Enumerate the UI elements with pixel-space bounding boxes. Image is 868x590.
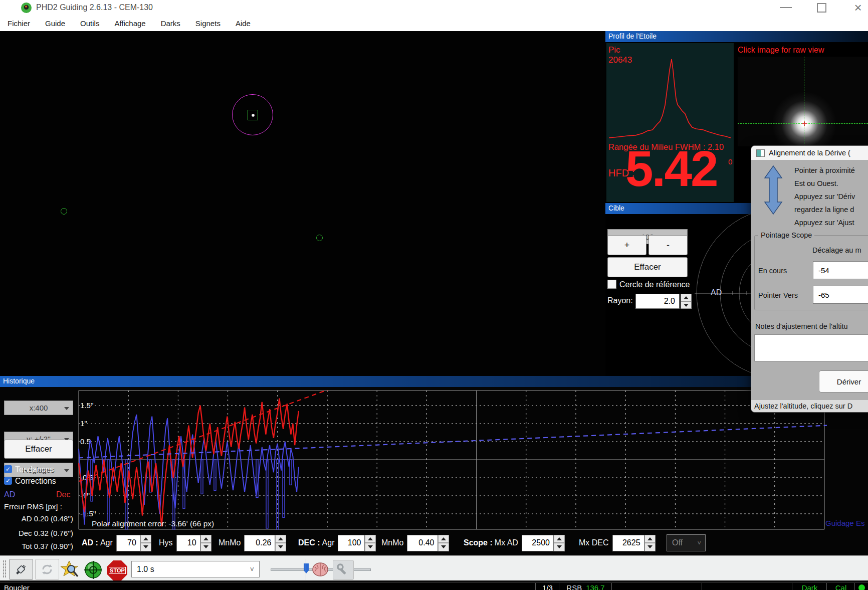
status-bar: Boucler1/3RSB136.7DarkCal bbox=[0, 582, 868, 590]
auto-select-star-button[interactable] bbox=[59, 560, 81, 580]
menu-signets[interactable]: Signets bbox=[188, 16, 228, 31]
param-input-mx ad[interactable]: 2500 bbox=[522, 535, 554, 551]
menu-fichier[interactable]: Fichier bbox=[0, 16, 38, 31]
star-blob bbox=[738, 57, 868, 146]
current-position-input[interactable]: -54 bbox=[813, 261, 868, 279]
drift-button[interactable]: Dériver bbox=[819, 370, 868, 392]
loop-exposures-button[interactable] bbox=[35, 559, 59, 580]
connect-equipment-button[interactable] bbox=[9, 559, 33, 580]
spinner-up-button[interactable] bbox=[200, 535, 211, 543]
maximize-button[interactable] bbox=[817, 3, 826, 13]
param-prefix: AD : bbox=[82, 538, 98, 547]
y-tick-label: 1.5'' bbox=[80, 401, 94, 410]
menu-affichage[interactable]: Affichage bbox=[107, 16, 153, 31]
chevron-down-icon bbox=[64, 469, 69, 472]
spinner-up-button[interactable] bbox=[365, 535, 376, 543]
param-group-agr0: AD :Agr70 bbox=[82, 531, 151, 554]
peak-label: Pic bbox=[608, 45, 620, 55]
spinner-down-button[interactable] bbox=[365, 543, 376, 551]
spinner-down-button[interactable] bbox=[554, 543, 565, 551]
status-cal: Cal bbox=[826, 583, 855, 590]
corrections-checkbox[interactable]: ✓ bbox=[4, 477, 12, 485]
star-raw-image[interactable] bbox=[738, 57, 868, 146]
spinner-up-button[interactable] bbox=[140, 535, 151, 543]
hfd-value: 5.42 bbox=[625, 143, 717, 193]
menu-darks[interactable]: Darks bbox=[153, 16, 188, 31]
camera-settings-button[interactable] bbox=[333, 560, 354, 580]
loop-arrows-icon bbox=[40, 562, 55, 577]
multi-star-circle bbox=[316, 235, 323, 241]
target-zoom-in-button[interactable]: + bbox=[607, 235, 646, 255]
guide-button[interactable] bbox=[83, 560, 103, 580]
history-clear-button[interactable]: Effacer bbox=[4, 440, 73, 459]
stop-icon-label: STOP bbox=[109, 567, 126, 574]
brain-icon bbox=[313, 563, 328, 576]
phd2-window: PHD2 Guiding 2.6.13 - CEM-130 × FichierG… bbox=[0, 0, 868, 590]
spinner-up-button[interactable] bbox=[644, 535, 656, 543]
exposure-dropdown[interactable]: 1.0 s ˅ bbox=[131, 561, 260, 577]
menu-aide[interactable]: Aide bbox=[228, 16, 258, 31]
crosshair-vertical bbox=[804, 57, 804, 146]
toolbar-grip[interactable] bbox=[3, 560, 6, 578]
param-spinner[interactable] bbox=[275, 535, 286, 551]
param-spinner[interactable] bbox=[644, 535, 656, 551]
history-xscale-dropdown[interactable]: x:400 bbox=[4, 401, 73, 415]
slew-to-input[interactable]: -65 bbox=[813, 286, 868, 304]
spinner-down-button[interactable] bbox=[140, 543, 151, 551]
radius-input[interactable]: 2.0 bbox=[635, 294, 680, 309]
menu-guide[interactable]: Guide bbox=[38, 16, 73, 31]
param-input-mx dec[interactable]: 2625 bbox=[612, 535, 644, 551]
main-toolbar: STOP 1.0 s ˅ bbox=[0, 555, 868, 581]
profile-zero-label: 0 bbox=[728, 157, 732, 166]
param-input-hys[interactable]: 10 bbox=[176, 535, 200, 551]
camera-canvas[interactable] bbox=[0, 31, 605, 376]
spinner-down-button[interactable] bbox=[644, 543, 656, 551]
reference-circle-checkbox[interactable] bbox=[607, 280, 616, 289]
spinner-down-button[interactable] bbox=[438, 543, 449, 551]
toolbar-separator bbox=[306, 559, 306, 580]
chevron-down-icon: ˅ bbox=[250, 565, 254, 573]
param-group-hys1: Hys10 bbox=[159, 531, 211, 554]
snr-label: RSB bbox=[566, 583, 582, 590]
param-spinner[interactable] bbox=[365, 535, 376, 551]
param-input-agr[interactable]: 100 bbox=[338, 535, 365, 551]
param-label: Agr bbox=[100, 538, 113, 547]
drift-instruction-line: Appuyez sur 'Dériv bbox=[794, 190, 868, 203]
guide-direction-status: Guidage Es bbox=[825, 519, 864, 527]
chevron-down-icon: ˅ bbox=[697, 539, 701, 547]
close-button[interactable]: × bbox=[851, 2, 864, 15]
y-tick-label: -1.5'' bbox=[80, 509, 96, 518]
dec-series-label: Dec bbox=[56, 490, 70, 499]
spinner-down-button[interactable] bbox=[200, 543, 211, 551]
usb-plug-icon bbox=[14, 562, 29, 577]
advanced-settings-button[interactable] bbox=[311, 560, 331, 580]
trendlines-checkbox[interactable]: ✓ bbox=[4, 465, 12, 473]
spinner-up-button[interactable] bbox=[554, 535, 565, 543]
drift-status-text: Ajustez l'altitude, cliquez sur D bbox=[751, 400, 868, 413]
param-input-mnmo[interactable]: 0.26 bbox=[244, 535, 275, 551]
param-prefix: DEC : bbox=[298, 538, 320, 547]
param-spinner[interactable] bbox=[200, 535, 211, 551]
param-spinner[interactable] bbox=[554, 535, 565, 551]
minimize-button[interactable] bbox=[780, 7, 792, 8]
target-axis-label: AD bbox=[711, 288, 722, 297]
drift-dialog-titlebar[interactable]: Alignement de la Dérive ( bbox=[751, 146, 868, 160]
menu-outils[interactable]: Outils bbox=[73, 16, 107, 31]
altitude-notes-textarea[interactable] bbox=[754, 334, 868, 361]
slider-thumb[interactable] bbox=[304, 563, 309, 573]
status-connection bbox=[854, 583, 868, 590]
param-input-agr[interactable]: 70 bbox=[116, 535, 140, 551]
guide-output-dropdown[interactable]: Off˅ bbox=[667, 534, 706, 551]
param-input-mnmo[interactable]: 0.40 bbox=[407, 535, 438, 551]
spinner-up-button[interactable] bbox=[438, 535, 449, 543]
drift-instruction-line: Pointer à proximité bbox=[794, 164, 868, 177]
centroid-cross bbox=[804, 121, 805, 126]
spinner-down-button[interactable] bbox=[275, 543, 286, 551]
ad-series-label: AD bbox=[4, 490, 15, 499]
spinner-up-button[interactable] bbox=[275, 535, 286, 543]
param-spinner[interactable] bbox=[140, 535, 151, 551]
stop-button[interactable]: STOP bbox=[107, 560, 127, 580]
wrench-icon bbox=[338, 564, 346, 574]
param-spinner[interactable] bbox=[438, 535, 449, 551]
target-clear-button[interactable]: Effacer bbox=[607, 257, 688, 277]
